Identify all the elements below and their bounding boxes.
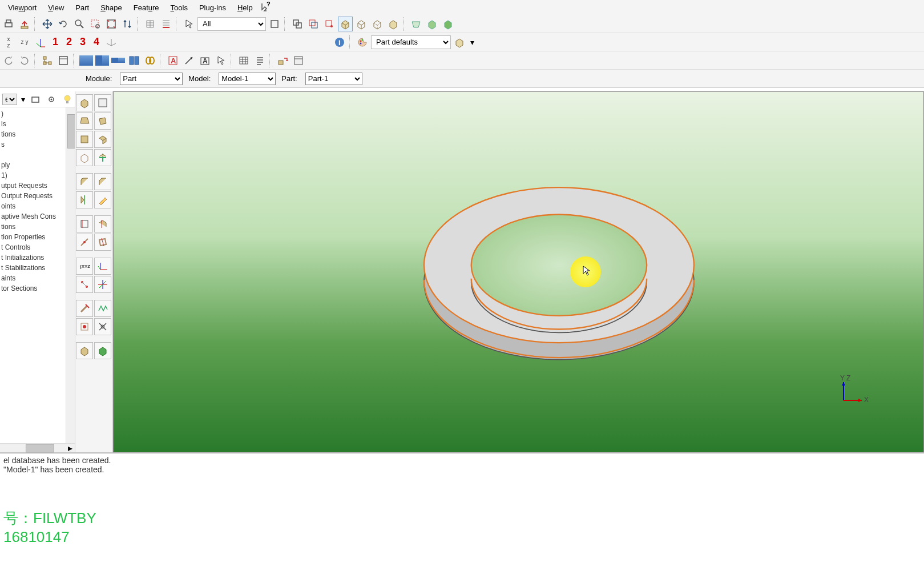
replace-icon[interactable] — [275, 53, 290, 68]
shaded-wire-icon[interactable] — [338, 17, 353, 31]
view-xz-icon[interactable]: xz — [1, 35, 16, 50]
print-icon[interactable] — [1, 17, 16, 31]
create-wire-icon[interactable] — [76, 149, 93, 166]
create-part-icon[interactable] — [76, 94, 93, 111]
tree-item[interactable]: tions — [0, 222, 75, 232]
arrow-annot-icon[interactable] — [181, 53, 196, 68]
color-dropdown-icon[interactable]: ▾ — [468, 35, 476, 50]
text-annot-icon[interactable]: A — [166, 53, 180, 68]
stitch-icon[interactable] — [94, 318, 111, 335]
import-up-icon[interactable] — [17, 17, 32, 31]
view-yz-icon[interactable]: z y — [17, 35, 32, 50]
table-icon[interactable] — [236, 53, 251, 68]
tree-expand-icon[interactable]: ▾ — [21, 93, 26, 106]
create-datum-plane-icon[interactable] — [94, 234, 111, 251]
viewport-3d[interactable]: Y Z X — [113, 91, 924, 452]
copy-geom-icon[interactable] — [290, 17, 305, 31]
tree-item[interactable]: tion Properties — [0, 232, 75, 242]
create-datum-point-icon[interactable] — [76, 276, 93, 293]
create-datum-csys-icon[interactable] — [94, 258, 111, 275]
tree-item[interactable]: aptive Mesh Cons — [0, 211, 75, 222]
select-inside-icon[interactable] — [267, 17, 282, 31]
tree-item[interactable]: t Stabilizations — [0, 263, 75, 273]
zoom-icon[interactable] — [72, 17, 87, 31]
offset-geom-icon[interactable] — [306, 17, 321, 31]
fit-view-icon[interactable] — [104, 17, 119, 31]
view-3-icon[interactable]: 3 — [76, 36, 89, 48]
tree-item[interactable]: tions — [0, 129, 75, 139]
grid-2-icon[interactable] — [159, 17, 173, 31]
tree-item[interactable]: ply — [0, 160, 75, 170]
datum-csys-icon[interactable] — [322, 17, 337, 31]
geometry-edit-icon[interactable] — [76, 318, 93, 335]
tree-item[interactable]: t Initializations — [0, 252, 75, 263]
remove-face-icon[interactable] — [76, 300, 93, 317]
grid-1-icon[interactable] — [143, 17, 158, 31]
arrange-4-icon[interactable] — [127, 53, 142, 68]
tree-item[interactable]: aints — [0, 273, 75, 283]
message-area[interactable]: el database has been created. "Model-1" … — [0, 452, 924, 578]
xyz-text-icon[interactable]: (XYZ) — [76, 258, 93, 275]
zoom-box-icon[interactable] — [88, 17, 103, 31]
tree-filter-combo[interactable]: e — [2, 94, 17, 105]
menu-view[interactable]: View — [42, 2, 70, 14]
context-help-icon[interactable]: ? — [259, 0, 273, 15]
part-select[interactable]: Part-1 — [305, 73, 362, 85]
tree-settings-icon[interactable] — [45, 93, 58, 106]
tree-item[interactable]: ) — [0, 109, 75, 119]
tree-item[interactable]: 1) — [0, 170, 75, 180]
menu-part[interactable]: Part — [70, 2, 95, 14]
color-code-icon[interactable] — [94, 342, 111, 359]
tree-item[interactable]: tor Sections — [0, 283, 75, 294]
tree-item[interactable]: Output Requests — [0, 191, 75, 201]
tree-item[interactable]: ls — [0, 119, 75, 129]
tree-scrollbar-h[interactable]: ▸ — [0, 443, 75, 452]
apply-color-icon[interactable] — [452, 35, 467, 50]
undo-icon[interactable] — [1, 53, 16, 68]
rotate-icon[interactable] — [56, 17, 71, 31]
window-icon[interactable] — [56, 53, 71, 68]
shaded-icon[interactable] — [386, 17, 401, 31]
create-shell-icon[interactable] — [76, 131, 93, 148]
list-icon[interactable] — [252, 53, 267, 68]
tree-item[interactable]: utput Requests — [0, 180, 75, 191]
select-arrow-icon[interactable] — [181, 17, 196, 31]
view-4-icon[interactable]: 4 — [90, 36, 103, 48]
manager-icon[interactable] — [291, 53, 306, 68]
selection-filter-combo[interactable]: All — [197, 17, 266, 31]
create-round-icon[interactable] — [76, 173, 93, 190]
create-cut-icon[interactable] — [94, 149, 111, 166]
create-datum-axis-icon[interactable] — [94, 276, 111, 293]
partition-cell-icon[interactable] — [94, 215, 111, 232]
menu-plugins[interactable]: Plug-ins — [193, 2, 232, 14]
info-icon[interactable]: i — [332, 35, 347, 50]
wire-icon[interactable] — [354, 17, 369, 31]
text-box-icon[interactable]: A — [197, 53, 212, 68]
tree-item[interactable]: oints — [0, 201, 75, 211]
tree-icon[interactable] — [40, 53, 55, 68]
render-2-icon[interactable] — [441, 17, 455, 31]
arrange-3-icon[interactable] — [111, 53, 126, 68]
tree-lightbulb-icon[interactable] — [61, 93, 74, 106]
create-mirror-icon[interactable] — [76, 191, 93, 208]
datum-triad-icon[interactable] — [33, 35, 48, 50]
redo-icon[interactable] — [17, 53, 32, 68]
cycle-views-icon[interactable] — [120, 17, 135, 31]
create-shell-sweep-icon[interactable] — [94, 131, 111, 148]
tree-item[interactable]: s — [0, 139, 75, 150]
create-chamfer-icon[interactable] — [94, 173, 111, 190]
edit-feature-icon[interactable] — [94, 191, 111, 208]
link-views-icon[interactable] — [143, 53, 158, 68]
repair-geom-icon[interactable] — [94, 300, 111, 317]
menu-viewport[interactable]: Viewport — [2, 2, 42, 14]
hidden-icon[interactable] — [370, 17, 385, 31]
query-icon[interactable] — [76, 342, 93, 359]
module-select[interactable]: Part — [120, 73, 183, 85]
color-palette-icon[interactable] — [355, 35, 370, 50]
partition-edge-icon[interactable] — [76, 234, 93, 251]
part-manager-icon[interactable] — [94, 94, 111, 111]
create-solid-revolve-icon[interactable] — [94, 113, 111, 130]
select-annot-icon[interactable] — [213, 53, 228, 68]
create-solid-extrude-icon[interactable] — [76, 113, 93, 130]
menu-feature[interactable]: Feature — [128, 2, 165, 14]
